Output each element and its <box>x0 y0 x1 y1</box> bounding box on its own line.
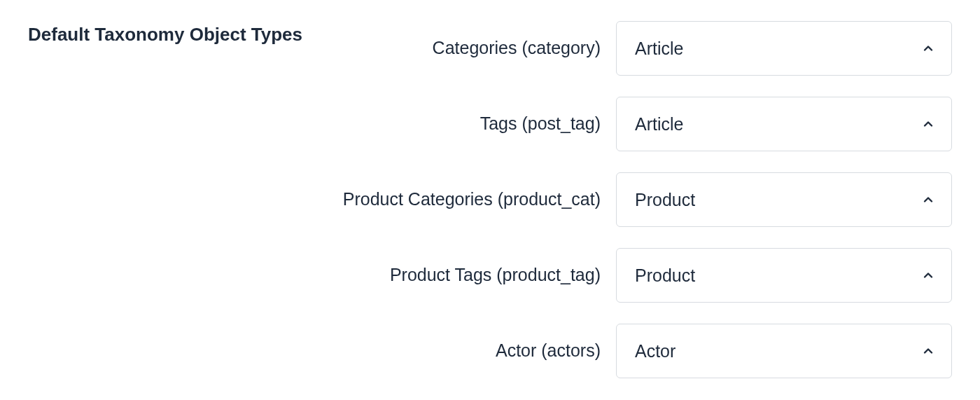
field-label: Tags (post_tag) <box>330 112 601 136</box>
select-product-categories[interactable]: Product <box>616 172 952 227</box>
field-label: Actor (actors) <box>330 339 601 363</box>
select-value: Article <box>635 39 683 59</box>
select-value: Actor <box>635 341 676 361</box>
taxonomy-settings: Default Taxonomy Object Types Categories… <box>28 21 952 378</box>
select-categories[interactable]: Article <box>616 21 952 76</box>
chevron-up-icon <box>923 43 933 53</box>
chevron-up-icon <box>923 119 933 129</box>
chevron-up-icon <box>923 270 933 280</box>
chevron-up-icon <box>923 346 933 356</box>
field-row-product-categories: Product Categories (product_cat) Product <box>330 172 952 227</box>
select-actor[interactable]: Actor <box>616 324 952 378</box>
fields-list: Categories (category) Article Tags (post… <box>330 21 952 378</box>
field-label: Product Categories (product_cat) <box>330 188 601 212</box>
field-label: Categories (category) <box>330 36 601 60</box>
field-row-categories: Categories (category) Article <box>330 21 952 76</box>
section-title: Default Taxonomy Object Types <box>28 21 302 46</box>
field-row-tags: Tags (post_tag) Article <box>330 97 952 151</box>
field-label: Product Tags (product_tag) <box>330 263 601 287</box>
field-row-actor: Actor (actors) Actor <box>330 324 952 378</box>
select-product-tags[interactable]: Product <box>616 248 952 303</box>
select-value: Product <box>635 265 695 286</box>
select-value: Article <box>635 114 683 135</box>
select-value: Product <box>635 190 695 210</box>
select-tags[interactable]: Article <box>616 97 952 151</box>
field-row-product-tags: Product Tags (product_tag) Product <box>330 248 952 303</box>
chevron-up-icon <box>923 195 933 205</box>
